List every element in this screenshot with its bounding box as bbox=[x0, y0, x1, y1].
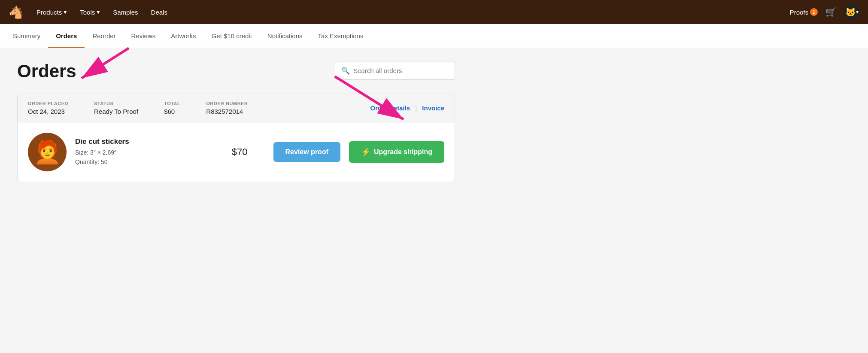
nav-tools-label: Tools bbox=[80, 9, 95, 16]
order-number-label: ORDER NUMBER bbox=[206, 101, 248, 106]
search-input[interactable] bbox=[353, 67, 449, 74]
tab-reorder[interactable]: Reorder bbox=[85, 24, 123, 48]
order-status-group: STATUS Ready To Proof bbox=[94, 101, 138, 115]
nav-tools[interactable]: Tools ▾ bbox=[80, 8, 100, 16]
search-icon: 🔍 bbox=[341, 67, 350, 75]
sub-nav: Summary Orders Reorder Reviews Artworks … bbox=[0, 24, 868, 48]
order-details-link[interactable]: Order details bbox=[370, 104, 410, 112]
proofs-button[interactable]: Proofs 1 bbox=[790, 8, 818, 16]
order-placed-group: ORDER PLACED Oct 24, 2023 bbox=[28, 101, 68, 115]
chevron-down-icon: ▾ bbox=[64, 8, 67, 16]
user-avatar[interactable]: 🐱 ▾ bbox=[844, 4, 859, 20]
review-proof-button[interactable]: Review proof bbox=[273, 142, 340, 162]
chevron-down-icon: ▾ bbox=[97, 8, 100, 16]
order-status-label: STATUS bbox=[94, 101, 138, 106]
nav-right: Proofs 1 🛒 🐱 ▾ bbox=[790, 4, 859, 20]
avatar-dropdown-icon: ▾ bbox=[856, 9, 859, 15]
main-content: Orders 🔍 ORDER PLACED Oct 24, 2023 STATU… bbox=[0, 48, 472, 195]
product-price: $70 bbox=[232, 146, 248, 158]
order-number-value: R832572014 bbox=[206, 108, 248, 115]
order-placed-label: ORDER PLACED bbox=[28, 101, 68, 106]
nav-deals-label: Deals bbox=[151, 9, 167, 16]
page-header: Orders 🔍 bbox=[17, 61, 455, 82]
tab-reviews[interactable]: Reviews bbox=[124, 24, 164, 48]
product-emoji: 🧑‍🦰 bbox=[33, 139, 61, 165]
upgrade-shipping-button[interactable]: ⚡ Upgrade shipping bbox=[349, 141, 444, 163]
tab-artworks[interactable]: Artworks bbox=[163, 24, 203, 48]
tab-credit[interactable]: Get $10 credit bbox=[204, 24, 260, 48]
order-total-value: $60 bbox=[164, 108, 180, 115]
tab-summary[interactable]: Summary bbox=[13, 24, 48, 48]
nav-products[interactable]: Products ▾ bbox=[36, 8, 67, 16]
nav-left: 🐴 Products ▾ Tools ▾ Samples Deals bbox=[9, 5, 167, 19]
invoice-link[interactable]: Invoice bbox=[422, 104, 444, 112]
order-total-label: TOTAL bbox=[164, 101, 180, 106]
upgrade-shipping-label: Upgrade shipping bbox=[374, 148, 432, 156]
product-info: Die cut stickers Size: 3″ × 2.69″ Quanti… bbox=[75, 137, 206, 167]
order-total-group: TOTAL $60 bbox=[164, 101, 180, 115]
lightning-icon: ⚡ bbox=[361, 147, 370, 157]
avatar-emoji: 🐱 bbox=[845, 7, 856, 17]
nav-samples-label: Samples bbox=[113, 9, 138, 16]
product-name: Die cut stickers bbox=[75, 137, 206, 146]
proofs-label: Proofs bbox=[790, 9, 808, 16]
order-placed-value: Oct 24, 2023 bbox=[28, 108, 68, 115]
order-actions: Order details | Invoice bbox=[370, 104, 444, 112]
order-header: ORDER PLACED Oct 24, 2023 STATUS Ready T… bbox=[18, 94, 455, 122]
product-image: 🧑‍🦰 bbox=[28, 133, 67, 171]
divider: | bbox=[415, 104, 417, 112]
proofs-count: 1 bbox=[810, 8, 818, 16]
page-title: Orders bbox=[17, 61, 76, 82]
tab-notifications[interactable]: Notifications bbox=[260, 24, 310, 48]
tab-orders[interactable]: Orders bbox=[48, 24, 85, 48]
product-size: Size: 3″ × 2.69″ bbox=[75, 148, 206, 157]
top-nav: 🐴 Products ▾ Tools ▾ Samples Deals Proof… bbox=[0, 0, 868, 24]
search-box[interactable]: 🔍 bbox=[335, 61, 455, 80]
product-quantity: Quantity: 50 bbox=[75, 157, 206, 167]
cart-icon[interactable]: 🛒 bbox=[826, 7, 836, 17]
tab-tax-exemptions[interactable]: Tax Exemptions bbox=[310, 24, 371, 48]
nav-products-label: Products bbox=[36, 9, 62, 16]
order-body: 🧑‍🦰 Die cut stickers Size: 3″ × 2.69″ Qu… bbox=[18, 122, 455, 182]
nav-deals[interactable]: Deals bbox=[151, 9, 167, 16]
order-number-group: ORDER NUMBER R832572014 bbox=[206, 101, 248, 115]
logo-icon[interactable]: 🐴 bbox=[9, 5, 24, 19]
order-status-value: Ready To Proof bbox=[94, 108, 138, 115]
nav-samples[interactable]: Samples bbox=[113, 9, 138, 16]
order-card: ORDER PLACED Oct 24, 2023 STATUS Ready T… bbox=[17, 94, 455, 182]
